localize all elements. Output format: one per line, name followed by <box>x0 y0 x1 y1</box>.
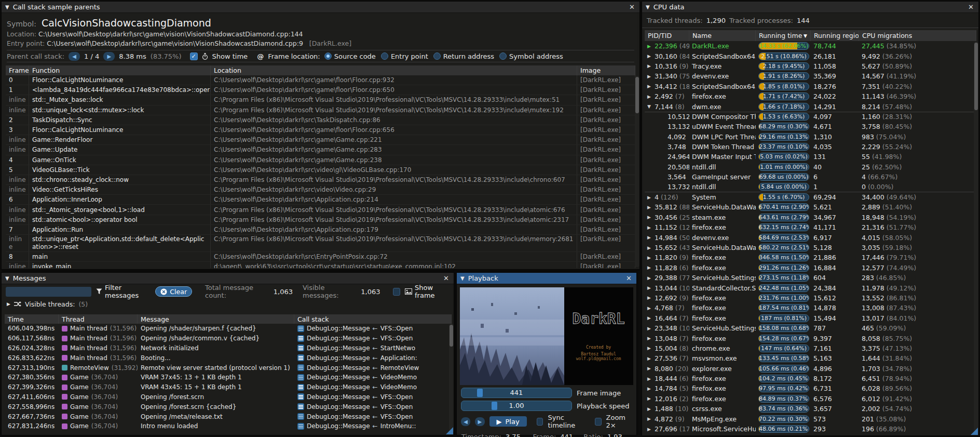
play-button[interactable]: ▶ Play <box>489 416 527 427</box>
message-row[interactable]: 627,558,996nsGame(36,704)Opening /forest… <box>5 402 452 412</box>
call-stack-list-icon[interactable] <box>297 374 304 381</box>
call-stack-row[interactable]: inlineGame::UpdateC:\Users\wolf\Desktop\… <box>6 145 635 155</box>
cpu-process-row[interactable]: ▶15,004(8)chrome.exe147 ms (0.64%)7,1613… <box>645 343 976 353</box>
frame-location-option[interactable]: Source code <box>324 52 376 60</box>
call-stack-cell[interactable]: DebugLog::Message←IntroMenu:: <box>294 421 452 431</box>
collapse-icon[interactable]: ▼ <box>5 4 9 10</box>
radio-button[interactable] <box>381 52 388 60</box>
zoom-2x-checkbox[interactable] <box>595 418 602 426</box>
call-stack-list-icon[interactable] <box>297 354 304 361</box>
cpu-process-row[interactable]: ▶4,872(9)MsMpEng.exe70.22 ms (0.30%)5732… <box>645 414 976 423</box>
cpu-process-row[interactable]: ▶8,080(20)explorer.exe105.66 ms (0.46%)4… <box>645 364 976 374</box>
call-stack-cell[interactable]: DebugLog::Message←VFS::Open <box>294 402 452 412</box>
call-stack-list-icon[interactable] <box>297 413 304 420</box>
call-stack-row[interactable]: 2TaskDispatch::SyncC:\Users\wolf\Desktop… <box>6 115 635 125</box>
message-row[interactable]: 627,667,736nsGame(36,704)Opening /meta/r… <box>5 412 452 421</box>
playback-speed-slider[interactable]: 1.00 <box>461 401 572 411</box>
frame-image-slider[interactable]: 441 <box>461 388 572 398</box>
cpu-process-row[interactable]: ▶27,696(17)Microsoft.ServiceHub.Co48.06 … <box>645 424 976 434</box>
messages-table-header[interactable]: Time Thread Message Call stack <box>5 314 452 324</box>
radio-button[interactable] <box>433 52 441 60</box>
call-stack-row[interactable]: 4Game::OnTickC:\Users\wolf\Desktop\darkr… <box>6 155 635 165</box>
message-row[interactable]: 627,831,246nsGame(36,704)Intro menu load… <box>5 421 452 431</box>
call-stack-list-icon[interactable] <box>297 364 304 371</box>
message-row[interactable]: 627,399,326nsGame(36,704)VRAM 43x45: 15 … <box>5 382 452 392</box>
filter-input[interactable] <box>6 287 91 297</box>
cpu-process-row[interactable]: ▶11,828(6)firefox.exe291.26 ms (1.26%)16… <box>645 263 976 273</box>
expand-threads-icon[interactable]: ▶ <box>7 301 10 307</box>
cpu-process-row[interactable]: ▶18,444(6)firefox.exe104.2 ms (0.45%)8,1… <box>645 374 976 383</box>
call-stack-list-icon[interactable] <box>297 325 304 332</box>
prev-parent-button[interactable]: ◀ <box>69 52 80 61</box>
cpu-process-row[interactable]: ▶23,348(106)ServiceHub.SettingsHost158.0… <box>645 323 976 333</box>
cpu-process-row[interactable]: ▶15,652(43)ServiceHub.DataWarehou580.22 … <box>645 243 976 253</box>
close-icon[interactable]: ✕ <box>442 274 450 282</box>
call-stack-row[interactable]: 3Floor::CalcLightNoLuminanceC:\Users\wol… <box>6 125 635 135</box>
cpu-process-row[interactable]: ▶30,160(84)ScriptedSandbox64.exe2.51 s (… <box>645 51 976 61</box>
call-stack-row[interactable]: inlineVideo::GetTicksHiResC:\Users\wolf\… <box>6 185 635 195</box>
collapse-icon[interactable]: ▼ <box>646 4 650 10</box>
message-row[interactable]: 627,411,606nsGame(36,704)Opening /forest… <box>5 392 452 402</box>
cpu-process-row[interactable]: 13,732ntdll.dll5.84 us (0.00%)10(0.00%) <box>645 182 976 192</box>
cpu-process-row[interactable]: ▼7,144(8)dwm.exe1.66 s (7.18%)14,2918,21… <box>645 101 976 111</box>
show-time-checkbox[interactable]: ✓ <box>190 52 198 60</box>
frame-location-option[interactable]: Symbol address <box>499 52 563 60</box>
cpu-process-row[interactable]: ▶1,488(10)csrss.exe83.74 ms (0.36%)3,657… <box>645 404 976 414</box>
cpu-process-row[interactable]: 3,564GameInput server69.68 us (0.00%)64(… <box>645 172 976 182</box>
cpu-process-row[interactable]: ▶34,412(18)ScriptedSandbox64.exe1.85 s (… <box>645 82 976 91</box>
call-stack-row[interactable]: 0Floor::CalcLightNoLuminanceC:\Users\wol… <box>6 75 635 85</box>
collapse-icon[interactable]: ▼ <box>5 275 9 281</box>
cpu-process-row[interactable]: ▶2,492(7)firefox.exe1.71 s (7.42%)24,022… <box>645 91 976 101</box>
messages-scrollbar[interactable] <box>449 324 454 433</box>
prev-frame-button[interactable]: ◀ <box>461 417 470 426</box>
resize-grip[interactable] <box>971 428 978 435</box>
cpu-process-row[interactable]: ▶35,812(88)ServiceHub.DataWarehou670.41 … <box>645 202 976 212</box>
frame-location-option[interactable]: Return address <box>433 52 494 60</box>
call-stack-cell[interactable]: DebugLog::Message←VFS::Open <box>294 392 452 402</box>
cpu-process-row[interactable]: 24,964DWM Master Input Thread5.03 ms (0.… <box>645 152 976 162</box>
close-icon[interactable]: ✕ <box>967 3 975 11</box>
call-stack-row[interactable]: inlinestd::unique_lock<std::mutex>::lock… <box>6 105 635 115</box>
cpu-process-row[interactable]: 10,512DWM Compositor Thread1.53 s (6.63%… <box>645 112 976 122</box>
cpu-process-row[interactable]: 3,748DWM Token Thread23.37 ms (0.10%)4,0… <box>645 142 976 152</box>
message-row[interactable]: 626,833,622nsMain thread(31,596)Booting.… <box>5 353 452 363</box>
call-stack-table-header[interactable]: Frame Function Location Image <box>6 65 635 75</box>
sync-timeline-checkbox[interactable] <box>537 418 543 426</box>
cpu-process-row[interactable]: ▶10,316(9)Tracy.exe2.18 s (9.45%)11,0585… <box>645 61 976 71</box>
cpu-table-header[interactable]: PID/TID Name Running time▼ Running regio… <box>645 30 976 41</box>
call-stack-cell[interactable]: DebugLog::Message←RemoteView <box>294 363 452 373</box>
call-stack-cell[interactable]: DebugLog::Message←VideoMemo <box>294 382 452 392</box>
radio-button[interactable] <box>499 52 507 60</box>
cpu-process-row[interactable]: ▶22,396(49)DarkRL.exe14.33 s (62.06%)78,… <box>645 41 976 51</box>
call-stack-row[interactable]: inlinestd::unique_ptr<Application,std::d… <box>6 235 635 252</box>
collapse-icon[interactable]: ▼ <box>460 275 465 281</box>
cpu-process-row[interactable]: ▶27,536(7)msvsmon.exe133.45 ms (0.58%)5,… <box>645 353 976 363</box>
call-stack-row[interactable]: inlinestd::chrono::steady_clock::nowC:\P… <box>6 175 635 185</box>
cpu-process-row[interactable]: 20,508ntdll.dll1.01 ms (0.00%)4025(62.50… <box>645 162 976 172</box>
cpu-process-row[interactable]: 13,132uDWM Event Thread68.29 ms (0.30%)4… <box>645 122 976 131</box>
cpu-process-row[interactable]: ▶12,016(2)firefox.exe84.89 ms (0.37%)6,5… <box>645 394 976 404</box>
clear-button[interactable]: Clear <box>155 286 192 297</box>
close-icon[interactable]: ✕ <box>628 3 636 11</box>
close-icon[interactable]: ✕ <box>625 274 633 282</box>
cpu-process-row[interactable]: 4,092DWM LPC Port Thread29.16 ms (0.13%)… <box>645 132 976 142</box>
cpu-process-row[interactable]: ▶30,456(25)steam.exe643.61 ms (2.79%)34,… <box>645 213 976 222</box>
cpu-process-row[interactable]: ▶12,692(9)firefox.exe231.76 ms (1.00%)15… <box>645 293 976 303</box>
call-stack-row[interactable]: inlinestd::_Atomic_storage<bool,1>::load… <box>6 205 635 215</box>
call-stack-row[interactable]: 5VideoGLBase::TickC:\Users\wolf\Desktop\… <box>6 165 635 175</box>
call-stack-row[interactable]: inlinestd::_Mutex_base::lockC:\Program F… <box>6 95 635 105</box>
show-frame-checkbox[interactable] <box>393 288 400 296</box>
call-stack-cell[interactable]: DebugLog::Message←VFS::Open <box>294 412 452 421</box>
message-row[interactable]: 627,380,356nsGame(36,704)VRAM 37x45: 13 … <box>5 373 452 382</box>
call-stack-row[interactable]: 6Application::InnerLoopC:\Users\wolf\Des… <box>6 195 635 205</box>
call-stack-scrollbar[interactable] <box>635 76 639 267</box>
message-row[interactable]: 627,313,190nsRemoteView(31,392)Remote vi… <box>5 363 452 373</box>
cpu-process-row[interactable]: ▶4(126)System1.55 s (6.70%)69,29434,400(… <box>645 192 976 202</box>
cpu-process-row[interactable]: ▶11,152(12)firefox.exe632.15 ms (2.74%)4… <box>645 222 976 232</box>
cpu-process-row[interactable]: ▶16,464(7)firefox.exe187 ms (0.81%)15,49… <box>645 313 976 323</box>
call-stack-list-icon[interactable] <box>297 403 304 410</box>
cpu-process-row[interactable]: ▶11,820(9)firefox.exe346.58 ms (1.50%)21… <box>645 253 976 262</box>
frame-location-option[interactable]: Entry point <box>381 52 428 60</box>
call-stack-cell[interactable]: DebugLog::Message←VFS::Open <box>294 324 452 334</box>
cpu-process-row[interactable]: ▶31,340(75)devenv.exe1.91 s (8.26%)35,36… <box>645 71 976 81</box>
